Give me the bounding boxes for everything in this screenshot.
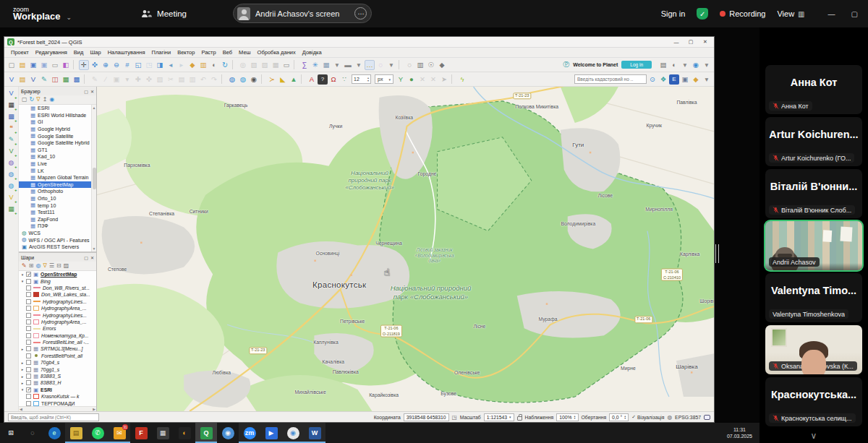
menu-item[interactable]: Меш xyxy=(236,48,254,56)
new-bookmark-icon[interactable]: ◆ xyxy=(187,60,197,70)
security-shield-icon[interactable]: ✓ xyxy=(697,8,708,20)
expander-icon[interactable]: ▾ xyxy=(20,272,25,277)
show-bookmarks-icon[interactable]: ▥ xyxy=(198,60,208,70)
chevron-down-icon[interactable]: ⌄ xyxy=(67,14,72,21)
map-theme-add-icon[interactable]: ◍ xyxy=(227,74,237,85)
style-manager-icon[interactable]: ◧ xyxy=(61,60,71,70)
layer-row[interactable]: HydrographyLines... xyxy=(19,298,96,305)
zoom-app-icon[interactable]: zm xyxy=(239,423,260,443)
layer-visibility-checkbox[interactable] xyxy=(26,319,31,324)
add-grid-dock-icon[interactable]: ▦ xyxy=(7,205,17,214)
maximize-window-button[interactable]: ▢ xyxy=(851,10,858,18)
layer-visibility-checkbox[interactable] xyxy=(26,401,31,406)
timer-app-icon[interactable]: ◐ xyxy=(174,423,195,443)
layer-row[interactable]: Don_WB_Rivers_st... xyxy=(19,285,96,291)
extent-icon[interactable]: ◳ xyxy=(452,414,457,421)
collapse-all-icon[interactable]: ↥ xyxy=(43,97,48,103)
georeferencer-icon[interactable]: ◆ xyxy=(437,60,447,70)
menu-item[interactable]: Вектор xyxy=(174,48,197,56)
layer-visibility-checkbox[interactable] xyxy=(26,387,31,392)
dropdown-caret-icon[interactable]: ▾ xyxy=(702,74,712,85)
layer-row[interactable]: HydrographyArea_... xyxy=(19,305,96,311)
minimize-window-button[interactable]: — xyxy=(828,10,835,18)
attribute-grid-icon[interactable]: ▦ xyxy=(321,60,331,70)
topology-checker-icon[interactable]: Y xyxy=(396,74,406,85)
browser-tree-item[interactable]: ▦ ESRI World Hillshade xyxy=(19,112,96,119)
menu-item[interactable]: Налаштування xyxy=(105,48,148,56)
browser-tree-item[interactable]: ▦ Orthophoto xyxy=(19,188,96,195)
save-project-icon[interactable]: ▣ xyxy=(28,60,38,70)
layer-visibility-checkbox[interactable] xyxy=(26,285,31,291)
qgis-icon[interactable]: Q xyxy=(195,423,217,443)
recording-indicator[interactable]: Recording xyxy=(720,9,765,18)
browser-tree-item[interactable]: ▦ LK xyxy=(19,167,96,174)
layer-visibility-checkbox[interactable] xyxy=(26,306,31,311)
zoom-workplace-logo[interactable]: zoom Workplace ⌄ xyxy=(13,7,72,21)
layers-hscrollbar[interactable]: ◀▶ xyxy=(19,406,96,411)
add-geojson-dock-icon[interactable]: ✎ xyxy=(7,135,17,145)
undo-icon[interactable]: ↶ xyxy=(198,74,208,85)
toolbar-separator[interactable] xyxy=(84,74,88,84)
toolbar-separator[interactable] xyxy=(399,60,402,69)
stepper-arrows-icon[interactable]: ▴▾ xyxy=(367,77,369,82)
add-line-feature-icon[interactable]: ∕ xyxy=(101,74,111,85)
tracing-icon[interactable]: ∵ xyxy=(339,74,349,85)
layout-manager-icon[interactable]: ▤ xyxy=(658,60,668,70)
statistics-icon[interactable]: ∑ xyxy=(299,60,310,70)
pan-tool-icon[interactable]: ✛ xyxy=(79,60,89,70)
browser-tree-item[interactable]: ▦ ПЗФ xyxy=(19,223,96,230)
view-button[interactable]: View ▥ xyxy=(777,9,804,18)
print-layout-icon[interactable]: ▭ xyxy=(50,60,60,70)
whatsapp-icon[interactable]: ✆ xyxy=(87,423,109,443)
layer-row[interactable]: Errors xyxy=(19,325,96,332)
layer-visibility-checkbox[interactable] xyxy=(26,326,31,331)
layer-row[interactable]: HydrographyLines... xyxy=(19,311,96,318)
refresh-browser-icon[interactable]: ↻ xyxy=(30,97,35,103)
more-options-icon[interactable]: ⋯ xyxy=(354,7,367,20)
add-raster-dock-icon[interactable]: ▦ xyxy=(7,100,17,110)
zoom-last-icon[interactable]: ◂ xyxy=(166,60,176,70)
qgis-maximize-button[interactable]: ▢ xyxy=(685,39,697,45)
add-geojson-icon[interactable]: ✎ xyxy=(39,74,49,85)
layer-visibility-checkbox[interactable] xyxy=(26,313,31,318)
start-button[interactable]: ⊞ xyxy=(0,423,22,443)
browser-tree-item[interactable]: ▦ Google Satellite xyxy=(19,132,96,139)
chrome-profile-icon[interactable]: ◉ xyxy=(282,423,304,443)
open-attribute-table-icon[interactable]: ▦ xyxy=(271,60,281,70)
python-console-icon[interactable]: ≻ xyxy=(267,74,277,85)
file-explorer-icon[interactable]: ▤ xyxy=(65,423,87,443)
qgis-close-button[interactable]: ✕ xyxy=(699,39,711,45)
layer-row[interactable]: Don_WB_Lakes_sta... xyxy=(19,291,96,298)
browser-tree-item[interactable]: ▦ OpenStreetMap xyxy=(19,181,96,189)
add-vector-layer-icon[interactable]: V xyxy=(7,74,17,85)
layer-visibility-checkbox[interactable] xyxy=(26,346,31,351)
browser-tree-item[interactable]: ▦ GT1 xyxy=(19,147,96,154)
layer-row[interactable]: ▾ Bing xyxy=(19,278,96,284)
browser-tree-item[interactable]: ▦ GI xyxy=(19,119,96,126)
tab-meeting[interactable]: Meeting xyxy=(141,9,187,18)
dropdown-caret-icon[interactable]: ▾ xyxy=(702,60,712,70)
word-icon[interactable]: W xyxy=(304,423,326,443)
cadastral-search-input[interactable] xyxy=(574,74,647,84)
layer-row[interactable]: KrasnoKutsk — k xyxy=(19,393,96,400)
layer-row[interactable]: ▸ 83B83_H xyxy=(19,379,96,386)
clear-errors-icon[interactable]: ✕ xyxy=(417,74,427,85)
media-player-icon[interactable]: ▶ xyxy=(260,423,282,443)
map-tips-icon[interactable]: … xyxy=(365,60,375,70)
zoom-out-icon[interactable]: ⊖ xyxy=(111,60,122,70)
vehicle-icon[interactable]: ▣ xyxy=(680,74,690,85)
add-vector-file-icon[interactable]: V xyxy=(28,74,38,85)
identify-features-icon[interactable]: ◎ xyxy=(238,60,248,70)
layer-row[interactable]: ▸ 70gg1_s xyxy=(19,366,96,372)
map-pin-icon[interactable]: ❖ xyxy=(658,74,668,85)
expander-icon[interactable]: ▸ xyxy=(20,361,25,365)
dropdown-caret-icon[interactable]: ▾ xyxy=(354,60,364,70)
toolbar-separator[interactable] xyxy=(232,60,236,69)
participant-tile[interactable]: Valentyna Timo... Valentyna Timoshenkova xyxy=(765,273,862,322)
layer-visibility-checkbox[interactable] xyxy=(26,394,31,399)
rotation-value-box[interactable]: 0,0 °▴▾ xyxy=(609,413,629,421)
close-panel-icon[interactable]: ✕ xyxy=(90,255,94,260)
add-wms-dock-icon[interactable]: ◍ xyxy=(7,158,17,168)
sign-in-button[interactable]: Sign in xyxy=(661,9,686,18)
qgis-minimize-button[interactable]: — xyxy=(671,40,682,45)
